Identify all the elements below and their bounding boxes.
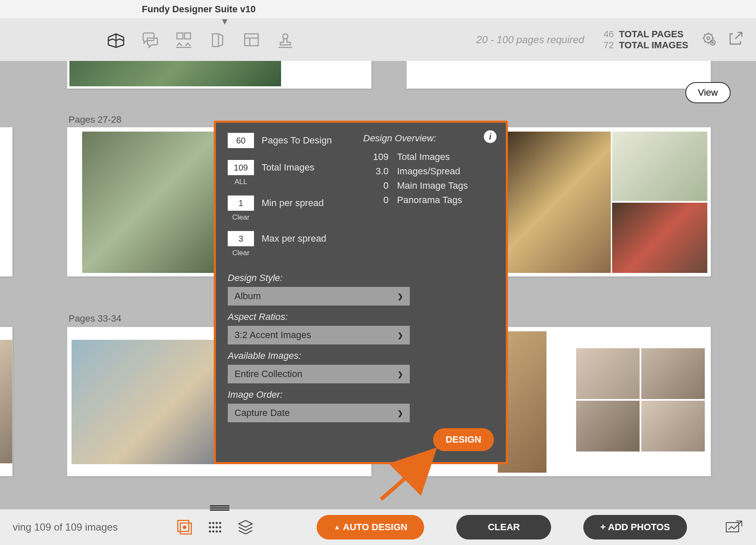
available-images-label: Available Images: bbox=[228, 350, 494, 361]
image-order-dropdown[interactable]: Capture Date❯ bbox=[228, 404, 410, 422]
total-pages-label: TOTAL PAGES bbox=[619, 29, 683, 40]
min-per-spread-input[interactable] bbox=[228, 195, 254, 211]
chevron-right-icon: ❯ bbox=[397, 331, 403, 339]
cards-icon[interactable] bbox=[207, 30, 228, 50]
external-link-icon[interactable] bbox=[727, 31, 743, 49]
pages-to-design-label: Pages To Design bbox=[262, 135, 332, 146]
svg-rect-1 bbox=[185, 33, 190, 39]
settings-icon[interactable] bbox=[701, 31, 717, 49]
svg-point-7 bbox=[707, 37, 710, 40]
total-pages-count: 46 bbox=[597, 29, 614, 40]
app-title: Fundy Designer Suite v10 bbox=[142, 4, 256, 15]
svg-point-19 bbox=[216, 526, 218, 528]
total-images-count: 72 bbox=[597, 40, 614, 51]
image-order-label: Image Order: bbox=[228, 389, 494, 400]
min-clear-button[interactable]: Clear bbox=[228, 213, 254, 222]
bottom-toolbar: ving 109 of 109 images ▲ AUTO DESIGN CLE… bbox=[0, 509, 756, 545]
design-style-label: Design Style: bbox=[228, 272, 494, 284]
ov-total-images-num: 109 bbox=[363, 151, 389, 162]
svg-point-20 bbox=[219, 526, 221, 528]
design-style-value: Album bbox=[235, 291, 261, 302]
auto-design-modal: i Pages To Design Total Images ALL Min p… bbox=[214, 121, 508, 464]
svg-point-23 bbox=[216, 531, 218, 533]
pages-to-design-input[interactable] bbox=[228, 133, 254, 148]
svg-point-22 bbox=[212, 531, 215, 533]
clear-button[interactable]: CLEAR bbox=[456, 515, 551, 539]
svg-point-18 bbox=[212, 526, 215, 528]
chevron-right-icon: ❯ bbox=[397, 370, 403, 378]
spread-partial-left-1[interactable] bbox=[0, 127, 13, 277]
ov-total-images-lbl: Total Images bbox=[397, 151, 450, 162]
spread-label-27: Pages 27-28 bbox=[69, 114, 121, 125]
max-per-spread-label: Max per spread bbox=[262, 233, 326, 244]
total-images-modal-label: Total Images bbox=[262, 162, 315, 173]
svg-rect-2 bbox=[245, 34, 258, 46]
page-stats: 46TOTAL PAGES 72TOTAL IMAGES bbox=[597, 29, 688, 51]
image-order-value: Capture Date bbox=[235, 407, 290, 418]
ov-main-tags-num: 0 bbox=[363, 180, 389, 191]
add-photos-label: + ADD PHOTOS bbox=[600, 522, 670, 533]
wall-art-icon[interactable] bbox=[174, 30, 194, 50]
layers-icon[interactable] bbox=[236, 518, 255, 537]
album-view-icon[interactable] bbox=[106, 30, 126, 50]
auto-design-label: AUTO DESIGN bbox=[343, 522, 407, 533]
caret-down-icon: ▼ bbox=[220, 16, 229, 27]
max-per-spread-input[interactable] bbox=[228, 231, 254, 246]
export-icon[interactable] bbox=[725, 518, 743, 537]
svg-point-16 bbox=[219, 522, 221, 524]
svg-point-14 bbox=[212, 522, 215, 524]
spread-label-33: Pages 33-34 bbox=[69, 313, 121, 324]
pages-required-text: 20 - 100 pages required bbox=[476, 34, 584, 46]
spread-partial-left-2[interactable] bbox=[0, 327, 13, 476]
svg-point-13 bbox=[209, 522, 211, 524]
ov-images-spread-lbl: Images/Spread bbox=[397, 166, 460, 177]
image-count-status: ving 109 of 109 images bbox=[13, 521, 118, 533]
all-button[interactable]: ALL bbox=[228, 178, 254, 186]
svg-point-9 bbox=[712, 42, 713, 43]
ov-main-tags-lbl: Main Image Tags bbox=[397, 180, 468, 191]
info-icon[interactable]: i bbox=[484, 130, 497, 143]
aspect-ratios-label: Aspect Ratios: bbox=[228, 311, 494, 322]
main-toolbar: ▼ 20 - 100 pages required 46TOTAL PAGES … bbox=[0, 19, 756, 61]
min-per-spread-label: Min per spread bbox=[262, 198, 324, 209]
chat-icon[interactable] bbox=[140, 30, 160, 50]
svg-point-17 bbox=[209, 526, 211, 528]
total-images-label: TOTAL IMAGES bbox=[619, 40, 688, 51]
ov-pano-tags-num: 0 bbox=[363, 195, 389, 206]
aspect-ratios-value: 3:2 Accent Images bbox=[235, 330, 311, 341]
titlebar: Fundy Designer Suite v10 bbox=[0, 0, 756, 19]
view-button[interactable]: View bbox=[685, 82, 731, 103]
clear-label: CLEAR bbox=[473, 522, 534, 533]
spread-partial-top-2[interactable] bbox=[406, 61, 711, 89]
grid-icon[interactable] bbox=[241, 30, 262, 50]
svg-point-21 bbox=[209, 531, 211, 533]
svg-point-8 bbox=[710, 40, 715, 45]
design-style-dropdown[interactable]: Album❯ bbox=[228, 287, 410, 306]
dots-grid-icon[interactable] bbox=[206, 518, 224, 537]
design-button[interactable]: DESIGN bbox=[433, 428, 494, 451]
svg-point-15 bbox=[216, 522, 218, 524]
available-images-dropdown[interactable]: Entire Collection❯ bbox=[228, 365, 410, 383]
svg-rect-0 bbox=[177, 33, 183, 39]
aspect-ratios-dropdown[interactable]: 3:2 Accent Images❯ bbox=[228, 326, 410, 344]
max-clear-button[interactable]: Clear bbox=[228, 249, 254, 257]
spread-partial-top-1[interactable] bbox=[67, 61, 372, 89]
chevron-up-icon: ▲ bbox=[334, 523, 340, 531]
chevron-right-icon: ❯ bbox=[397, 409, 403, 417]
collection-icon[interactable] bbox=[175, 518, 194, 537]
auto-design-button[interactable]: ▲ AUTO DESIGN bbox=[317, 515, 424, 539]
total-images-input[interactable] bbox=[228, 160, 254, 175]
ov-images-spread-num: 3.0 bbox=[363, 166, 389, 177]
svg-point-5 bbox=[283, 34, 288, 39]
stamp-icon[interactable] bbox=[275, 30, 295, 50]
svg-point-24 bbox=[219, 531, 221, 533]
drag-handle-icon[interactable] bbox=[210, 505, 229, 509]
chevron-right-icon: ❯ bbox=[397, 292, 403, 300]
ov-pano-tags-lbl: Panorama Tags bbox=[397, 195, 462, 206]
add-photos-button[interactable]: + ADD PHOTOS bbox=[583, 515, 687, 539]
svg-point-12 bbox=[183, 526, 186, 528]
design-overview-title: Design Overview: bbox=[363, 133, 494, 144]
available-images-value: Entire Collection bbox=[235, 369, 302, 380]
